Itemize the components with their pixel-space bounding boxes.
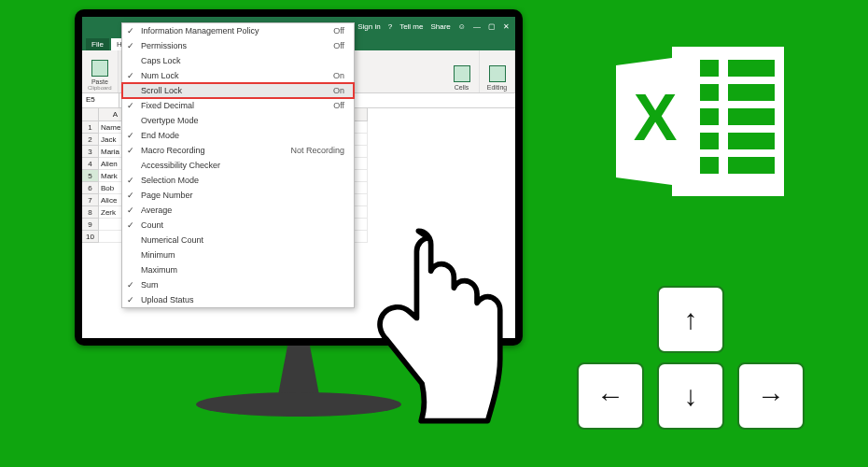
menu-label: Maximum [141, 265, 177, 275]
check-icon: ✓ [127, 101, 134, 110]
menu-label: Scroll Lock [141, 86, 182, 95]
row-hdr[interactable]: 7 [82, 194, 99, 206]
arrow-right-key[interactable]: → [737, 362, 805, 430]
check-icon: ✓ [127, 146, 134, 155]
menu-item[interactable]: ✓End Mode [122, 128, 354, 143]
excel-logo-icon: X [607, 37, 793, 205]
cells-label: Cells [455, 84, 469, 91]
svg-rect-2 [728, 60, 775, 77]
monitor-stand [261, 346, 336, 397]
menu-item[interactable]: ✓Sum [122, 277, 354, 292]
minimize-button[interactable]: — [473, 22, 481, 31]
menu-value: Off [333, 101, 344, 110]
select-all-corner[interactable] [82, 108, 99, 121]
menu-item[interactable]: Overtype Mode [122, 113, 354, 128]
menu-item[interactable]: ✓PermissionsOff [122, 38, 354, 53]
menu-label: Sum [141, 280, 159, 290]
menu-label: Caps Lock [141, 56, 181, 65]
menu-item[interactable]: ✓Count [122, 218, 354, 233]
menu-item[interactable]: ✓Macro RecordingNot Recording [122, 143, 354, 158]
clipboard-label: Clipboard [88, 85, 112, 91]
row-hdr[interactable]: 4 [82, 158, 99, 170]
check-icon: ✓ [127, 280, 134, 290]
svg-rect-10 [728, 157, 775, 174]
name-box[interactable]: E5 [82, 93, 119, 107]
menu-label: Minimum [141, 250, 175, 260]
check-icon: ✓ [127, 295, 134, 304]
check-icon: ✓ [127, 71, 134, 80]
check-icon: ✓ [127, 205, 134, 215]
menu-label: Page Number [141, 191, 193, 200]
tellme-link[interactable]: Tell me [399, 22, 423, 31]
menu-value: Not Recording [290, 146, 344, 155]
menu-label: Average [141, 205, 172, 215]
check-icon: ✓ [127, 176, 134, 185]
arrow-left-key[interactable]: ← [577, 362, 644, 430]
check-icon: ✓ [127, 220, 134, 230]
menu-value: Off [333, 26, 344, 35]
tab-file[interactable]: File [86, 38, 109, 50]
menu-item[interactable]: Caps Lock [122, 53, 354, 68]
menu-label: Fixed Decimal [141, 101, 194, 110]
row-hdr[interactable]: 9 [82, 219, 99, 231]
menu-value: Off [333, 41, 344, 50]
paste-group[interactable]: Paste Clipboard [82, 50, 119, 92]
paste-icon [91, 60, 108, 77]
menu-label: Macro Recording [141, 146, 205, 155]
menu-label: Selection Mode [141, 176, 199, 185]
menu-label: Accessibility Checker [141, 161, 220, 170]
svg-rect-8 [728, 133, 775, 149]
signin-link[interactable]: Sign in [357, 22, 380, 31]
pointing-hand-icon [336, 224, 513, 430]
check-icon: ✓ [127, 191, 134, 200]
menu-label: Num Lock [141, 71, 179, 80]
menu-label: Information Management Policy [141, 26, 259, 35]
menu-item[interactable]: ✓Num LockOn [122, 68, 354, 83]
svg-rect-4 [728, 84, 775, 101]
row-hdr[interactable]: 2 [82, 134, 99, 146]
menu-item[interactable]: Accessibility Checker [122, 158, 354, 173]
check-icon: ✓ [127, 131, 134, 140]
cells-icon [454, 65, 470, 82]
row-hdr[interactable]: 6 [82, 182, 99, 194]
row-hdr[interactable]: 1 [82, 121, 99, 134]
arrow-up-key[interactable]: ↑ [657, 286, 724, 353]
editing-icon [489, 65, 506, 82]
arrow-down-key[interactable]: ↓ [657, 362, 724, 430]
menu-label: Count [141, 220, 163, 230]
paste-label: Paste [91, 78, 108, 85]
share-button[interactable]: Share [430, 22, 450, 31]
menu-value: On [333, 86, 344, 95]
menu-item[interactable]: ✓Upload Status [122, 292, 354, 307]
menu-item[interactable]: Numerical Count [122, 233, 354, 248]
menu-label: Upload Status [141, 295, 194, 304]
close-button[interactable]: ✕ [503, 22, 510, 31]
row-hdr[interactable]: 10 [82, 231, 99, 243]
editing-label: Editing [487, 84, 507, 91]
statusbar-context-menu[interactable]: ✓Information Management PolicyOff✓Permis… [121, 22, 355, 308]
svg-rect-6 [728, 108, 775, 125]
maximize-button[interactable]: ▢ [488, 22, 496, 31]
menu-item[interactable]: ✓Selection Mode [122, 173, 354, 188]
editing-group[interactable]: Editing [480, 50, 515, 92]
menu-item[interactable]: Maximum [122, 262, 354, 277]
menu-value: On [333, 71, 344, 80]
cells-group[interactable]: Cells [444, 50, 480, 92]
menu-item[interactable]: ✓Page Number [122, 188, 354, 203]
svg-text:X: X [634, 81, 678, 154]
row-hdr[interactable]: 8 [82, 206, 99, 219]
menu-item[interactable]: ✓Average [122, 203, 354, 218]
menu-item[interactable]: ✓Information Management PolicyOff [122, 23, 354, 38]
check-icon: ✓ [127, 41, 134, 50]
help-icon[interactable]: ? [388, 22, 392, 31]
menu-label: Numerical Count [141, 235, 203, 245]
menu-item[interactable]: Minimum [122, 248, 354, 262]
face-icon[interactable]: ☺ [458, 22, 466, 31]
menu-item[interactable]: ✓Fixed DecimalOff [122, 98, 354, 113]
menu-item[interactable]: Scroll LockOn [122, 83, 354, 98]
row-hdr[interactable]: 3 [82, 146, 99, 158]
row-hdr[interactable]: 5 [82, 170, 99, 182]
check-icon: ✓ [127, 26, 134, 35]
menu-label: Permissions [141, 41, 187, 50]
menu-label: End Mode [141, 131, 179, 140]
